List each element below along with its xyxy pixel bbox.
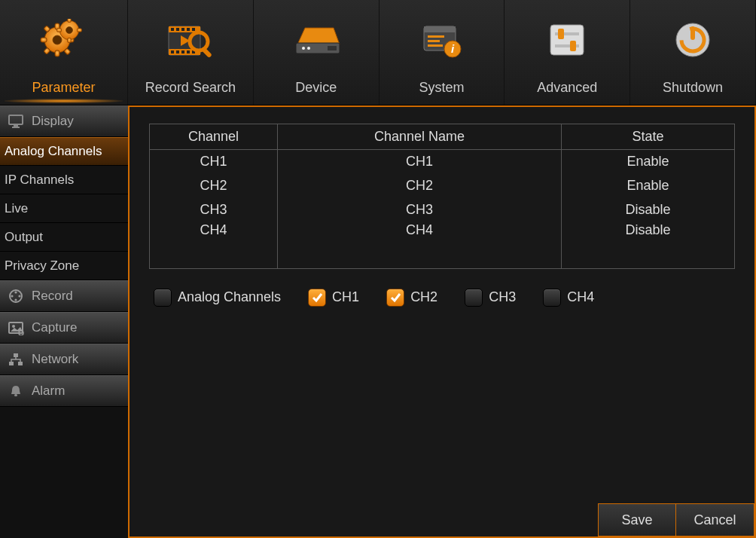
sidebar-item-analog-channels[interactable]: Analog Channels [0, 137, 128, 166]
svg-point-56 [14, 298, 17, 301]
tab-system[interactable]: i System [380, 0, 505, 105]
image-icon [8, 320, 24, 335]
cell-name: CH3 [278, 198, 562, 222]
svg-point-1 [53, 35, 62, 44]
svg-rect-37 [424, 26, 456, 32]
svg-rect-20 [176, 28, 179, 31]
svg-rect-25 [176, 50, 179, 53]
sidebar-item-live[interactable]: Live [0, 194, 128, 223]
sidebar-cat-display[interactable]: Display [0, 105, 128, 137]
checkbox-ch3[interactable]: CH3 [465, 289, 516, 307]
save-button[interactable]: Save [598, 503, 676, 536]
checkbox-label: Analog Channels [178, 289, 281, 305]
svg-point-34 [307, 47, 310, 50]
table-row[interactable]: CH2 CH2 Enable [150, 174, 735, 198]
svg-rect-26 [181, 50, 184, 53]
checkbox-label: CH3 [489, 289, 516, 305]
tab-device[interactable]: Device [254, 0, 380, 105]
cell-name: CH1 [278, 150, 562, 174]
top-nav: Parameter Record Search [0, 0, 756, 105]
table-row[interactable]: CH4 CH4 Disable [150, 222, 735, 269]
tab-record-search[interactable]: Record Search [128, 0, 254, 105]
svg-point-57 [11, 295, 13, 297]
checkbox-label: CH2 [410, 289, 437, 305]
sliders-icon [505, 0, 629, 80]
sidebar-cat-label: Capture [32, 320, 77, 335]
sidebar-cat-label: Record [32, 289, 73, 304]
svg-rect-63 [9, 362, 14, 365]
channel-table: Channel Channel Name State CH1 CH1 Enabl… [149, 124, 735, 269]
sidebar-item-label: IP Channels [5, 173, 74, 188]
tab-advanced[interactable]: Advanced [505, 0, 630, 105]
film-reel-icon [8, 289, 24, 304]
tab-shutdown[interactable]: Shutdown [630, 0, 756, 105]
power-icon [630, 0, 755, 80]
sidebar: Display Analog Channels IP Channels Live… [0, 105, 128, 538]
cell-channel: CH3 [150, 198, 278, 222]
tab-label: Record Search [145, 80, 236, 96]
checkbox-ch1[interactable]: CH1 [308, 289, 359, 307]
checkbox-icon [465, 289, 483, 307]
button-row: Save Cancel [598, 503, 754, 536]
sidebar-item-ip-channels[interactable]: IP Channels [0, 166, 128, 194]
tab-label: System [419, 80, 464, 96]
svg-rect-65 [14, 394, 17, 396]
cell-channel: CH2 [150, 174, 278, 198]
svg-rect-38 [428, 35, 444, 38]
sidebar-cat-label: Network [32, 352, 78, 367]
svg-rect-53 [12, 127, 20, 128]
sidebar-item-privacy-zone[interactable]: Privacy Zone [0, 252, 128, 280]
svg-rect-24 [171, 50, 174, 53]
button-label: Cancel [694, 512, 736, 528]
svg-rect-64 [18, 362, 23, 365]
sidebar-cat-capture[interactable]: Capture [0, 312, 128, 344]
table-row[interactable]: CH3 CH3 Disable [150, 198, 735, 222]
svg-rect-14 [56, 29, 61, 32]
svg-rect-19 [171, 28, 174, 31]
checkbox-ch2[interactable]: CH2 [386, 289, 437, 307]
col-header-state: State [562, 124, 735, 150]
svg-rect-21 [181, 28, 184, 31]
svg-rect-27 [187, 50, 190, 53]
tab-label: Device [295, 80, 337, 96]
hdd-icon [254, 0, 379, 80]
sidebar-cat-network[interactable]: Network [0, 344, 128, 375]
main-panel: Channel Channel Name State CH1 CH1 Enabl… [128, 105, 756, 538]
network-icon [8, 352, 24, 367]
sidebar-item-output[interactable]: Output [0, 223, 128, 252]
button-label: Save [621, 512, 652, 528]
monitor-icon [8, 114, 24, 129]
film-search-icon [128, 0, 253, 80]
tab-label: Shutdown [663, 80, 723, 96]
checkbox-ch4[interactable]: CH4 [543, 289, 594, 307]
svg-point-55 [14, 291, 17, 293]
tab-label: Advanced [537, 80, 597, 96]
col-header-channel: Channel [150, 124, 278, 150]
svg-rect-39 [428, 40, 440, 42]
cell-state: Disable [562, 222, 735, 269]
svg-point-11 [66, 27, 72, 34]
checkbox-icon [308, 289, 326, 307]
svg-point-60 [12, 325, 15, 328]
svg-rect-23 [192, 28, 195, 31]
sidebar-cat-alarm[interactable]: Alarm [0, 375, 128, 407]
svg-rect-43 [550, 25, 584, 55]
cancel-button[interactable]: Cancel [676, 503, 754, 536]
checkbox-row: Analog Channels CH1 CH2 CH3 [149, 289, 735, 307]
sidebar-cat-label: Display [32, 114, 74, 129]
svg-rect-15 [77, 29, 81, 32]
svg-point-58 [18, 295, 20, 297]
cell-name: CH2 [278, 174, 562, 198]
sidebar-cat-record[interactable]: Record [0, 280, 128, 312]
table-row[interactable]: CH1 CH1 Enable [150, 150, 735, 174]
checkbox-analog-all[interactable]: Analog Channels [154, 289, 281, 307]
svg-rect-12 [67, 19, 71, 23]
cell-channel: CH1 [150, 150, 278, 174]
svg-point-33 [302, 47, 305, 50]
tab-parameter[interactable]: Parameter [0, 0, 128, 105]
checkbox-icon [154, 289, 172, 307]
svg-rect-51 [9, 115, 23, 124]
checkbox-icon [543, 289, 561, 307]
cell-state: Disable [562, 198, 735, 222]
checkbox-label: CH4 [567, 289, 594, 305]
